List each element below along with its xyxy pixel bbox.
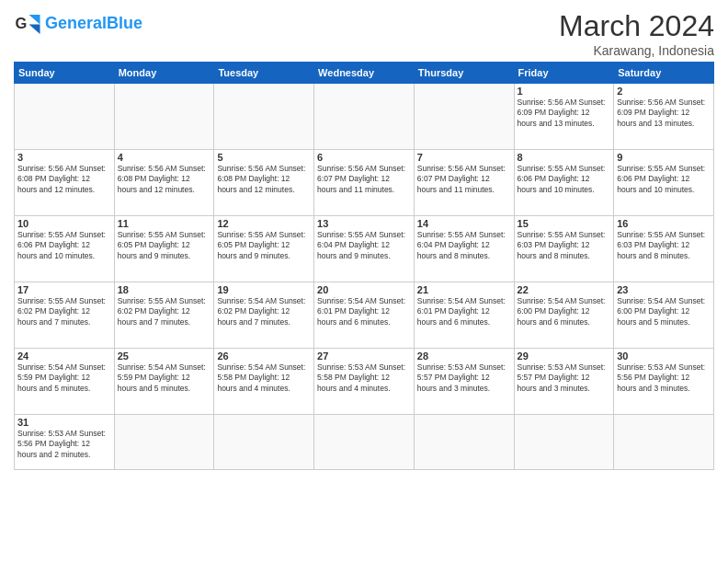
day-header-thursday: Thursday: [414, 63, 514, 84]
day-cell: 29Sunrise: 5:53 AM Sunset: 5:57 PM Dayli…: [514, 349, 614, 415]
day-cell: 15Sunrise: 5:55 AM Sunset: 6:03 PM Dayli…: [514, 216, 614, 282]
day-number: 5: [217, 152, 311, 163]
logo-icon: G: [14, 9, 41, 37]
day-header-wednesday: Wednesday: [314, 63, 415, 84]
day-cell: 18Sunrise: 5:55 AM Sunset: 6:02 PM Dayli…: [114, 282, 214, 349]
day-number: 23: [617, 284, 711, 295]
day-info: Sunrise: 5:55 AM Sunset: 6:04 PM Dayligh…: [317, 230, 411, 261]
day-cell: 7Sunrise: 5:56 AM Sunset: 6:07 PM Daylig…: [414, 150, 514, 216]
day-cell: 3Sunrise: 5:56 AM Sunset: 6:08 PM Daylig…: [15, 150, 115, 216]
day-cell: 21Sunrise: 5:54 AM Sunset: 6:01 PM Dayli…: [414, 282, 514, 349]
day-cell: [314, 415, 415, 470]
calendar-body: 1Sunrise: 5:56 AM Sunset: 6:09 PM Daylig…: [15, 84, 714, 470]
calendar-table: SundayMondayTuesdayWednesdayThursdayFrid…: [14, 62, 714, 470]
day-info: Sunrise: 5:53 AM Sunset: 5:57 PM Dayligh…: [518, 362, 611, 394]
svg-text:G: G: [16, 15, 28, 31]
day-cell: 1Sunrise: 5:56 AM Sunset: 6:09 PM Daylig…: [514, 84, 614, 150]
day-cell: [514, 415, 614, 470]
day-cell: 22Sunrise: 5:54 AM Sunset: 6:00 PM Dayli…: [514, 282, 614, 349]
day-cell: 16Sunrise: 5:55 AM Sunset: 6:03 PM Dayli…: [614, 216, 714, 282]
svg-marker-1: [29, 15, 40, 25]
day-number: 24: [17, 350, 111, 362]
week-row-2: 3Sunrise: 5:56 AM Sunset: 6:08 PM Daylig…: [15, 150, 714, 216]
day-info: Sunrise: 5:55 AM Sunset: 6:05 PM Dayligh…: [118, 230, 211, 261]
calendar-page: G GeneralBlue March 2024 Karawang, Indon…: [0, 0, 728, 479]
day-cell: 13Sunrise: 5:55 AM Sunset: 6:04 PM Dayli…: [314, 216, 415, 282]
day-cell: [15, 84, 115, 150]
day-info: Sunrise: 5:56 AM Sunset: 6:07 PM Dayligh…: [417, 164, 511, 195]
day-info: Sunrise: 5:54 AM Sunset: 5:59 PM Dayligh…: [17, 362, 111, 394]
week-row-5: 24Sunrise: 5:54 AM Sunset: 5:59 PM Dayli…: [15, 349, 714, 415]
day-number: 15: [518, 218, 611, 229]
logo: G GeneralBlue: [14, 9, 142, 37]
day-info: Sunrise: 5:54 AM Sunset: 6:00 PM Dayligh…: [617, 296, 711, 327]
day-number: 9: [617, 152, 711, 163]
logo-general: General: [45, 14, 107, 32]
day-number: 25: [118, 350, 211, 362]
day-number: 13: [317, 218, 411, 229]
day-cell: 27Sunrise: 5:53 AM Sunset: 5:58 PM Dayli…: [314, 349, 415, 415]
day-number: 21: [417, 284, 511, 295]
day-number: 30: [617, 350, 711, 362]
day-number: 4: [118, 152, 211, 163]
day-number: 17: [17, 284, 111, 295]
logo-text: GeneralBlue: [45, 14, 142, 33]
day-info: Sunrise: 5:54 AM Sunset: 6:02 PM Dayligh…: [217, 296, 311, 327]
day-cell: 19Sunrise: 5:54 AM Sunset: 6:02 PM Dayli…: [214, 282, 314, 349]
day-cell: 26Sunrise: 5:54 AM Sunset: 5:58 PM Dayli…: [214, 349, 314, 415]
day-number: 19: [217, 284, 311, 295]
day-cell: 10Sunrise: 5:55 AM Sunset: 6:06 PM Dayli…: [15, 216, 115, 282]
day-cell: 2Sunrise: 5:56 AM Sunset: 6:09 PM Daylig…: [614, 84, 714, 150]
day-number: 20: [317, 284, 411, 295]
day-cell: 20Sunrise: 5:54 AM Sunset: 6:01 PM Dayli…: [314, 282, 415, 349]
day-number: 1: [518, 86, 611, 97]
day-info: Sunrise: 5:53 AM Sunset: 5:58 PM Dayligh…: [317, 362, 411, 394]
week-row-4: 17Sunrise: 5:55 AM Sunset: 6:02 PM Dayli…: [15, 282, 714, 349]
day-info: Sunrise: 5:55 AM Sunset: 6:06 PM Dayligh…: [617, 164, 711, 195]
day-number: 7: [417, 152, 511, 163]
week-row-3: 10Sunrise: 5:55 AM Sunset: 6:06 PM Dayli…: [15, 216, 714, 282]
day-cell: [114, 415, 214, 470]
day-cell: 8Sunrise: 5:55 AM Sunset: 6:06 PM Daylig…: [514, 150, 614, 216]
day-info: Sunrise: 5:53 AM Sunset: 5:57 PM Dayligh…: [417, 362, 511, 394]
svg-marker-2: [29, 25, 40, 35]
day-cell: 23Sunrise: 5:54 AM Sunset: 6:00 PM Dayli…: [614, 282, 714, 349]
day-number: 2: [617, 86, 711, 97]
title-block: March 2024 Karawang, Indonesia: [559, 9, 714, 58]
day-info: Sunrise: 5:54 AM Sunset: 6:01 PM Dayligh…: [317, 296, 411, 327]
day-header-monday: Monday: [114, 63, 214, 84]
day-cell: 14Sunrise: 5:55 AM Sunset: 6:04 PM Dayli…: [414, 216, 514, 282]
day-cell: 31Sunrise: 5:53 AM Sunset: 5:56 PM Dayli…: [15, 415, 115, 470]
days-of-week-row: SundayMondayTuesdayWednesdayThursdayFrid…: [15, 63, 714, 84]
day-cell: [614, 415, 714, 470]
day-header-tuesday: Tuesday: [214, 63, 314, 84]
day-number: 29: [518, 350, 611, 362]
day-cell: 12Sunrise: 5:55 AM Sunset: 6:05 PM Dayli…: [214, 216, 314, 282]
day-number: 26: [217, 350, 311, 362]
day-info: Sunrise: 5:55 AM Sunset: 6:06 PM Dayligh…: [518, 164, 611, 195]
day-number: 11: [118, 218, 211, 229]
day-number: 31: [17, 417, 111, 428]
day-info: Sunrise: 5:54 AM Sunset: 5:59 PM Dayligh…: [118, 362, 211, 394]
day-info: Sunrise: 5:55 AM Sunset: 6:03 PM Dayligh…: [518, 230, 611, 261]
day-info: Sunrise: 5:55 AM Sunset: 6:03 PM Dayligh…: [617, 230, 711, 261]
day-cell: [314, 84, 415, 150]
day-cell: 6Sunrise: 5:56 AM Sunset: 6:07 PM Daylig…: [314, 150, 415, 216]
day-info: Sunrise: 5:56 AM Sunset: 6:09 PM Dayligh…: [518, 98, 611, 129]
day-cell: 11Sunrise: 5:55 AM Sunset: 6:05 PM Dayli…: [114, 216, 214, 282]
day-info: Sunrise: 5:55 AM Sunset: 6:02 PM Dayligh…: [17, 296, 111, 327]
day-number: 27: [317, 350, 411, 362]
day-cell: 9Sunrise: 5:55 AM Sunset: 6:06 PM Daylig…: [614, 150, 714, 216]
day-cell: 25Sunrise: 5:54 AM Sunset: 5:59 PM Dayli…: [114, 349, 214, 415]
day-number: 10: [17, 218, 111, 229]
day-info: Sunrise: 5:55 AM Sunset: 6:06 PM Dayligh…: [17, 230, 111, 261]
day-info: Sunrise: 5:55 AM Sunset: 6:04 PM Dayligh…: [417, 230, 511, 261]
logo-blue: Blue: [107, 14, 142, 32]
day-cell: [414, 415, 514, 470]
day-number: 8: [518, 152, 611, 163]
day-cell: [214, 415, 314, 470]
calendar-title: March 2024: [559, 9, 714, 43]
day-number: 12: [217, 218, 311, 229]
day-number: 16: [617, 218, 711, 229]
week-row-1: 1Sunrise: 5:56 AM Sunset: 6:09 PM Daylig…: [15, 84, 714, 150]
